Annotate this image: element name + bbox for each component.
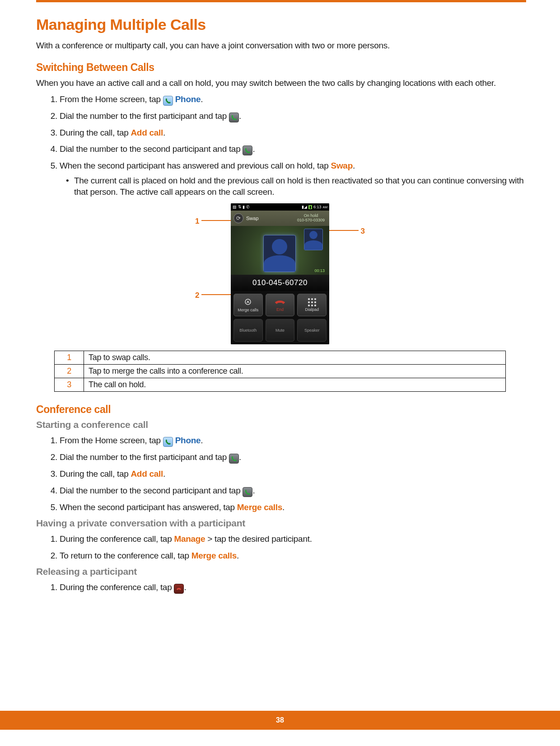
handset-icon xyxy=(165,439,171,445)
table-row: 2 Tap to merge the calls into a conferen… xyxy=(55,365,506,378)
section-switching-heading: Switching Between Calls xyxy=(36,61,524,74)
legend-index: 3 xyxy=(55,378,84,392)
clock-ampm: AM xyxy=(323,206,328,209)
end-call-small-icon xyxy=(174,584,184,594)
conf-step-4: Dial the number to the second participan… xyxy=(60,485,524,497)
conf-step-3: During the call, tap Add call. xyxy=(60,468,524,480)
section-switching-paragraph: When you have an active call and a call … xyxy=(36,77,524,89)
private-conversation-steps: During the conference call, tap Manage >… xyxy=(36,533,524,562)
step-text: Dial the number to the first participant… xyxy=(60,452,229,462)
active-avatar xyxy=(263,235,296,272)
phone-label: Phone xyxy=(175,94,201,104)
speaker-label: Speaker xyxy=(304,328,320,333)
speaker-button[interactable]: Speaker xyxy=(297,319,327,342)
status-icons-left: ▧ ⇅ ▮ ✆ xyxy=(233,205,250,209)
status-bar: ▧ ⇅ ▮ ✆ ▮◢ ▮ 6:13 AM xyxy=(231,203,329,211)
active-number: 010-045-60720 xyxy=(231,275,329,291)
dialpad-icon xyxy=(308,298,316,306)
step-text: . xyxy=(252,144,255,154)
swap-icon: ⟳ xyxy=(233,213,243,223)
step-text: . xyxy=(237,551,239,560)
signal-icon: ▮◢ xyxy=(302,205,307,209)
step-text: . xyxy=(163,469,165,479)
private-conversation-heading: Having a private conversation with a par… xyxy=(36,518,524,529)
svg-point-0 xyxy=(245,299,251,305)
step-text: When the second participant has answered… xyxy=(60,161,331,170)
switch-step-2: Dial the number to the first participant… xyxy=(60,110,524,122)
battery-icon: ▮ xyxy=(308,205,312,209)
manage-label: Manage xyxy=(174,534,205,544)
call-button-grid: Merge calls End Dialpad Bluetooth xyxy=(231,291,329,344)
step-text: From the Home screen, tap xyxy=(60,94,163,104)
mute-button[interactable]: Mute xyxy=(266,319,295,342)
starting-conference-heading: Starting a conference call xyxy=(36,419,524,430)
legend-text: Tap to swap calls. xyxy=(84,351,506,365)
step-text: Dial the number to the first participant… xyxy=(60,111,229,121)
status-icons-right: ▮◢ ▮ 6:13 AM xyxy=(302,205,327,209)
switch-step-5-bullet: The current call is placed on hold and t… xyxy=(68,175,524,198)
switch-step-3: During the call, tap Add call. xyxy=(60,127,524,139)
step-text: . xyxy=(282,502,285,512)
legend-text: The call on hold. xyxy=(84,378,506,392)
header-rule xyxy=(36,0,526,2)
switch-step-4: Dial the number to the second participan… xyxy=(60,143,524,155)
end-label: End xyxy=(276,307,284,312)
dial-icon xyxy=(229,454,239,464)
figure-wrap: 1 2 3 ▧ ⇅ ▮ ✆ ▮◢ ▮ 6:13 AM ⟳ Swap On hol… xyxy=(221,203,339,344)
switch-step-5: When the second participant has answered… xyxy=(60,160,524,198)
bluetooth-button[interactable]: Bluetooth xyxy=(233,319,263,342)
hold-avatar xyxy=(304,229,323,250)
step-text: From the Home screen, tap xyxy=(60,436,163,445)
handset-icon xyxy=(244,147,251,154)
legend-index: 1 xyxy=(55,351,84,365)
dialpad-button[interactable]: Dialpad xyxy=(297,294,327,316)
step-text: During the call, tap xyxy=(60,469,131,479)
step-text: . xyxy=(201,436,203,445)
intro-paragraph: With a conference or multiparty call, yo… xyxy=(36,41,524,51)
step-text: Dial the number to the second participan… xyxy=(60,486,243,495)
starting-conference-steps: From the Home screen, tap Phone. Dial th… xyxy=(36,435,524,513)
step-text: To return to the conference call, tap xyxy=(60,551,191,560)
screenshot: ▧ ⇅ ▮ ✆ ▮◢ ▮ 6:13 AM ⟳ Swap On hold 010-… xyxy=(231,203,329,344)
step-text: . xyxy=(239,111,241,121)
handset-icon xyxy=(244,489,251,495)
handset-icon xyxy=(231,455,237,462)
merge-icon xyxy=(244,298,252,307)
callout-3-label: 3 xyxy=(361,227,365,236)
hangup-icon xyxy=(176,586,182,592)
bluetooth-label: Bluetooth xyxy=(239,328,257,333)
step-text: During the call, tap xyxy=(60,128,131,137)
step-text: . xyxy=(163,128,165,137)
swap-label: Swap xyxy=(331,161,353,170)
merge-calls-button[interactable]: Merge calls xyxy=(233,294,263,316)
legend-index: 2 xyxy=(55,365,84,378)
switch-step-5-sub: The current call is placed on hold and t… xyxy=(60,175,524,198)
step-text: Dial the number to the second participan… xyxy=(60,144,243,154)
mute-label: Mute xyxy=(275,328,285,333)
conf-step-2: Dial the number to the first participant… xyxy=(60,451,524,464)
step-text: . xyxy=(201,94,203,104)
call-timer: 00:13 xyxy=(314,268,325,273)
page-number: 38 xyxy=(276,716,284,724)
merge-calls-label: Merge calls xyxy=(237,502,282,512)
step-text: . xyxy=(353,161,355,170)
handset-icon xyxy=(165,98,171,104)
end-call-button[interactable]: End xyxy=(266,294,295,316)
callout-1-label: 1 xyxy=(195,217,199,226)
priv-step-2: To return to the conference call, tap Me… xyxy=(60,550,524,562)
page-title: Managing Multiple Calls xyxy=(36,16,524,33)
step-text: . xyxy=(184,582,186,592)
dial-icon xyxy=(243,145,252,155)
handset-icon xyxy=(231,114,237,121)
legend-text: Tap to merge the calls into a conference… xyxy=(84,365,506,378)
callout-1-line xyxy=(201,220,234,221)
step-text: During the conference call, tap xyxy=(60,582,174,592)
step-text: . xyxy=(252,486,255,495)
swap-row[interactable]: ⟳ Swap On hold 010-570-03309 xyxy=(231,211,329,226)
releasing-steps: During the conference call, tap . xyxy=(36,582,524,594)
dial-icon xyxy=(229,113,239,122)
table-row: 1 Tap to swap calls. xyxy=(55,351,506,365)
merge-label: Merge calls xyxy=(238,308,258,312)
step-text: > tap the desired participant. xyxy=(205,534,312,544)
callout-2-label: 2 xyxy=(195,291,199,300)
